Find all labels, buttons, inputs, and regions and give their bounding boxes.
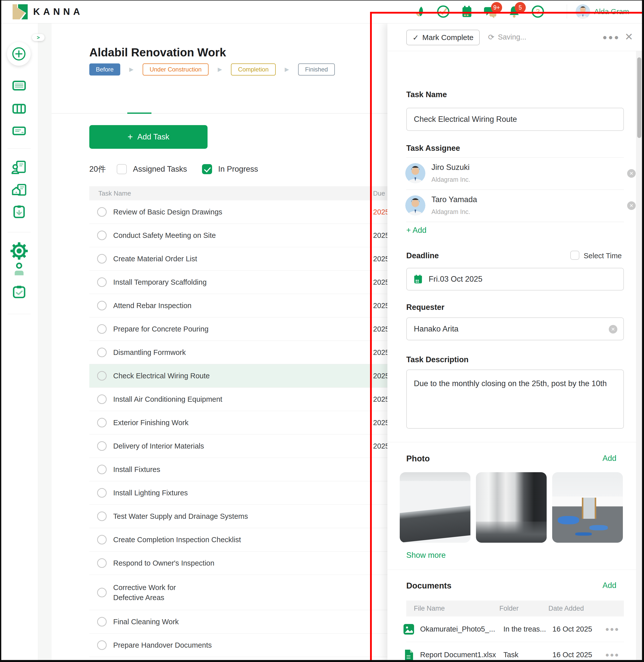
status-chip-completion[interactable]: Completion: [231, 63, 275, 75]
check-circle-icon[interactable]: [437, 5, 450, 18]
task-status-circle[interactable]: [97, 617, 107, 626]
deadline-input[interactable]: Fri.03 Oct 2025: [406, 268, 624, 290]
table-row[interactable]: Install Lighting Fixtures: [89, 481, 394, 505]
create-button[interactable]: [7, 42, 31, 66]
table-row[interactable]: Prepare Handover Documents: [89, 634, 394, 657]
task-status-circle[interactable]: [97, 254, 107, 264]
remove-requester-icon[interactable]: ✕: [609, 325, 617, 333]
task-status-circle[interactable]: [97, 278, 107, 287]
task-name-label: Task Name: [406, 90, 447, 99]
table-row[interactable]: Delivery of Interior Materials 2025: [89, 435, 394, 458]
task-status-circle[interactable]: [97, 418, 107, 427]
photo-thumbnail[interactable]: [400, 472, 470, 543]
more-options-icon[interactable]: ●●●: [602, 33, 620, 42]
table-row[interactable]: Test Water Supply and Drainage Systems: [89, 505, 394, 528]
user-menu[interactable]: Alda Gram: [576, 4, 629, 19]
in-progress-label[interactable]: In Progress: [218, 164, 258, 174]
expand-chevron-icon[interactable]: >: [32, 34, 45, 41]
table-row[interactable]: Attend Rebar Inspection 2025: [89, 294, 394, 317]
table-row[interactable]: Conduct Safety Meeting on Site 2025: [89, 224, 394, 247]
table-row[interactable]: Exterior Finishing Work 2025: [89, 411, 394, 435]
assigned-tasks-label[interactable]: Assigned Tasks: [133, 164, 187, 174]
table-row[interactable]: Install Air Conditioning Equipment 2025: [89, 388, 394, 411]
task-status-circle[interactable]: [97, 535, 107, 545]
table-row[interactable]: Create Material Order List 2025: [89, 247, 394, 271]
list-icon: [12, 78, 27, 93]
task-status-circle[interactable]: [97, 371, 107, 381]
table-row[interactable]: Respond to Owner's Inspection: [89, 552, 394, 575]
task-status-circle[interactable]: [97, 324, 107, 334]
kanna-logo-icon[interactable]: [12, 4, 28, 19]
sidebar-item-reports[interactable]: [12, 123, 27, 138]
task-name: Install Lighting Fixtures: [113, 488, 188, 498]
table-row[interactable]: Final Cleaning Work: [89, 610, 394, 634]
document-row[interactable]: Okamuratei_Photo5_... In the treas... 16…: [406, 616, 624, 642]
sidebar-item-list[interactable]: [12, 78, 27, 93]
in-progress-checkbox[interactable]: [202, 164, 212, 174]
task-due-date: 2025: [373, 325, 389, 333]
status-chip-finished[interactable]: Finished: [298, 63, 335, 75]
table-row[interactable]: Check Electrical Wiring Route 2025: [89, 364, 394, 388]
task-status-circle[interactable]: [97, 511, 107, 521]
task-status-circle[interactable]: [97, 207, 107, 217]
task-status-circle[interactable]: [97, 465, 107, 474]
add-task-button[interactable]: + Add Task: [89, 125, 208, 149]
remove-assignee-icon[interactable]: ✕: [627, 169, 636, 178]
column-header-date-added: Date Added: [548, 604, 584, 612]
task-status-circle[interactable]: [97, 640, 107, 650]
task-description-label: Task Description: [406, 355, 469, 364]
brand-name[interactable]: KANNA: [33, 6, 83, 17]
task-name: Install Temporary Scaffolding: [113, 277, 207, 287]
table-row[interactable]: Corrective Work forDefective Areas: [89, 575, 394, 610]
task-status-circle[interactable]: [97, 348, 107, 357]
task-status-circle[interactable]: [97, 558, 107, 568]
task-status-circle[interactable]: [97, 588, 107, 597]
add-assignee-link[interactable]: + Add: [406, 226, 427, 235]
table-row[interactable]: Install Fixtures: [89, 458, 394, 481]
task-description-textarea[interactable]: Due to the monthly closing on the 25th, …: [406, 370, 624, 429]
table-row[interactable]: Install Temporary Scaffolding 2025: [89, 271, 394, 294]
photo-thumbnail[interactable]: [476, 472, 547, 543]
sidebar-item-settings[interactable]: [10, 242, 28, 260]
seedling-icon[interactable]: [413, 5, 426, 18]
sidebar-item-board[interactable]: [12, 101, 27, 116]
chat-icon[interactable]: 9+: [484, 5, 497, 18]
sidebar-item-sites[interactable]: [12, 182, 27, 198]
status-chip-before[interactable]: Before: [89, 63, 120, 75]
table-row[interactable]: Dismantling Formwork 2025: [89, 341, 394, 364]
task-status-circle[interactable]: [97, 301, 107, 310]
sidebar-item-profile[interactable]: [12, 262, 27, 277]
document-row[interactable]: Report Document1.xlsx Task 16 Oct 2025 ●…: [406, 642, 624, 662]
task-status-circle[interactable]: [97, 488, 107, 498]
calendar-icon[interactable]: [460, 5, 474, 18]
remove-assignee-icon[interactable]: ✕: [627, 201, 636, 210]
task-status-circle[interactable]: [97, 230, 107, 240]
show-more-photos-link[interactable]: Show more: [406, 551, 446, 560]
add-document-link[interactable]: Add: [602, 581, 616, 590]
table-row[interactable]: Create Completion Inspection Checklist: [89, 528, 394, 552]
status-chip-under-construction[interactable]: Under Construction: [143, 63, 209, 75]
table-row[interactable]: Review of Basic Design Drawings 2025: [89, 200, 394, 224]
task-name-input[interactable]: Check Electrical Wiring Route: [406, 108, 624, 131]
row-more-icon[interactable]: ●●●: [605, 625, 619, 633]
table-row[interactable]: Prepare for Concrete Pouring 2025: [89, 317, 394, 341]
select-time-checkbox[interactable]: [570, 251, 579, 260]
assigned-tasks-checkbox[interactable]: [117, 164, 127, 174]
row-more-icon[interactable]: ●●●: [605, 651, 619, 659]
photo-thumbnail[interactable]: [552, 472, 623, 543]
task-status-circle[interactable]: [97, 441, 107, 451]
sidebar-item-downloads[interactable]: [12, 204, 27, 220]
select-time-label[interactable]: Select Time: [584, 252, 622, 260]
task-status-circle[interactable]: [97, 394, 107, 404]
add-photo-link[interactable]: Add: [602, 454, 616, 463]
mark-complete-button[interactable]: ✓ Mark Complete: [406, 30, 480, 45]
close-icon[interactable]: ✕: [623, 31, 635, 42]
panel-scrollbar-track[interactable]: [636, 51, 642, 662]
sidebar-item-tasks[interactable]: [12, 284, 27, 300]
panel-scrollbar-thumb[interactable]: [637, 58, 641, 138]
task-name: Install Fixtures: [113, 464, 160, 475]
sidebar-item-contacts[interactable]: [12, 160, 27, 175]
bell-icon[interactable]: 5: [508, 5, 521, 18]
requester-input[interactable]: Hanako Arita ✕: [406, 317, 624, 340]
help-icon[interactable]: ?: [531, 5, 544, 18]
